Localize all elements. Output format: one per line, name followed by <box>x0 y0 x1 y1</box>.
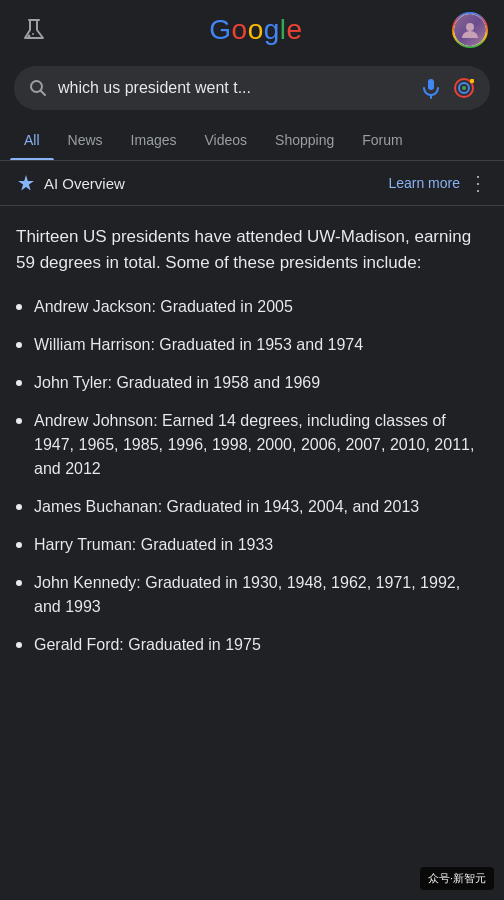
bullet-dot <box>16 418 22 424</box>
avatar[interactable] <box>452 12 488 48</box>
microphone-icon[interactable] <box>420 77 442 99</box>
bullet-dot <box>16 642 22 648</box>
learn-more-button[interactable]: Learn more <box>388 175 460 191</box>
list-item: Harry Truman: Graduated in 1933 <box>16 533 488 557</box>
ai-overview-title: AI Overview <box>44 175 125 192</box>
more-options-button[interactable]: ⋮ <box>468 173 488 193</box>
bullet-dot <box>16 580 22 586</box>
bullet-dot <box>16 380 22 386</box>
list-item-text: James Buchanan: Graduated in 1943, 2004,… <box>34 495 419 519</box>
search-bar-container: which us president went t... <box>0 58 504 120</box>
tab-images[interactable]: Images <box>117 120 191 160</box>
list-item: James Buchanan: Graduated in 1943, 2004,… <box>16 495 488 519</box>
list-item: John Kennedy: Graduated in 1930, 1948, 1… <box>16 571 488 619</box>
watermark: 众号·新智元 <box>420 867 494 890</box>
list-item: Gerald Ford: Graduated in 1975 <box>16 633 488 657</box>
header: Google <box>0 0 504 58</box>
google-logo: Google <box>60 14 452 46</box>
list-item: John Tyler: Graduated in 1958 and 1969 <box>16 371 488 395</box>
google-lens-icon[interactable] <box>452 76 476 100</box>
list-item-text: John Kennedy: Graduated in 1930, 1948, 1… <box>34 571 488 619</box>
search-query: which us president went t... <box>58 79 410 97</box>
tab-news[interactable]: News <box>54 120 117 160</box>
bullet-dot <box>16 504 22 510</box>
ai-overview-right: Learn more ⋮ <box>388 173 488 193</box>
list-item-text: Gerald Ford: Graduated in 1975 <box>34 633 261 657</box>
intro-paragraph: Thirteen US presidents have attended UW-… <box>16 224 488 277</box>
ai-overview-bar: AI Overview Learn more ⋮ <box>0 161 504 206</box>
ai-overview-left: AI Overview <box>16 173 125 193</box>
bullet-dot <box>16 304 22 310</box>
avatar-container[interactable] <box>452 12 488 48</box>
list-item: William Harrison: Graduated in 1953 and … <box>16 333 488 357</box>
list-item-text: John Tyler: Graduated in 1958 and 1969 <box>34 371 320 395</box>
svg-point-3 <box>466 23 474 31</box>
bullet-dot <box>16 342 22 348</box>
search-icon <box>28 78 48 98</box>
ai-star-icon <box>16 173 36 193</box>
svg-point-2 <box>32 33 34 35</box>
list-item-text: Andrew Jackson: Graduated in 2005 <box>34 295 293 319</box>
tab-videos[interactable]: Videos <box>191 120 262 160</box>
search-bar[interactable]: which us president went t... <box>14 66 490 110</box>
list-item-text: Harry Truman: Graduated in 1933 <box>34 533 273 557</box>
svg-rect-6 <box>428 79 434 90</box>
svg-point-10 <box>462 86 466 90</box>
tab-shopping[interactable]: Shopping <box>261 120 348 160</box>
list-item: Andrew Johnson: Earned 14 degrees, inclu… <box>16 409 488 481</box>
main-content: Thirteen US presidents have attended UW-… <box>0 206 504 695</box>
presidents-list: Andrew Jackson: Graduated in 2005 Willia… <box>16 295 488 657</box>
search-tabs: All News Images Videos Shopping Forum <box>0 120 504 161</box>
lab-icon <box>16 12 52 48</box>
list-item-text: William Harrison: Graduated in 1953 and … <box>34 333 363 357</box>
lab-icon-container[interactable] <box>16 12 60 48</box>
bullet-dot <box>16 542 22 548</box>
tab-all[interactable]: All <box>10 120 54 160</box>
list-item-text: Andrew Johnson: Earned 14 degrees, inclu… <box>34 409 488 481</box>
svg-line-5 <box>41 91 46 96</box>
svg-rect-11 <box>470 79 474 83</box>
list-item: Andrew Jackson: Graduated in 2005 <box>16 295 488 319</box>
tab-forum[interactable]: Forum <box>348 120 416 160</box>
svg-point-1 <box>28 35 31 38</box>
